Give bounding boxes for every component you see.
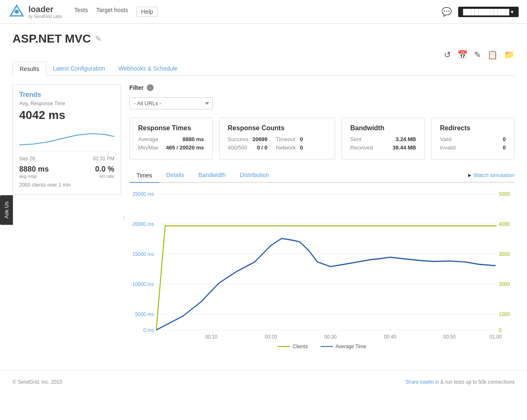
calendar-icon[interactable]: 📅 xyxy=(457,50,468,60)
avg-resp-label: avg resp xyxy=(19,174,49,179)
stat-bw-sent-label: Sent xyxy=(350,136,361,142)
page-title: ASP.NET MVC xyxy=(13,32,91,46)
stat-rt-minmax-row: Min/Max 465 / 20020 ms xyxy=(138,144,204,151)
stat-rc-cols: Success 20699 400/500 0 / 0 Timeout xyxy=(228,136,327,153)
watch-simulation-btn[interactable]: ▶ Watch simulation xyxy=(468,172,515,178)
avg-resp-block: 8880 ms avg resp xyxy=(19,165,49,179)
logo-icon xyxy=(8,3,25,20)
main-chart: 25000 ms 20000 ms 15000 ms 10000 ms 5000… xyxy=(129,189,514,339)
inner-tab-bandwidth[interactable]: Bandwidth xyxy=(191,168,232,182)
stats-row: Response Times Average 8880 ms Min/Max 4… xyxy=(129,118,514,159)
stat-rc-right: Timeout 0 Network 0 xyxy=(276,136,303,153)
avg-time-line-swatch xyxy=(320,346,333,347)
svg-text:25000 ms: 25000 ms xyxy=(132,191,154,197)
chat-icon[interactable]: 💬 xyxy=(441,7,452,17)
legend-clients: Clients xyxy=(277,344,308,349)
inner-tab-distribution[interactable]: Distribution xyxy=(233,168,276,182)
stat-rc-success-row: Success 20699 xyxy=(228,136,267,142)
sidebar: Trends Avg. Response Time 4042 ms Sep 26… xyxy=(13,84,121,349)
err-rate-val: 0.0 % xyxy=(95,165,114,174)
trends-nav-arrow[interactable]: › xyxy=(123,213,125,221)
trends-box: Trends Avg. Response Time 4042 ms Sep 26… xyxy=(13,84,121,195)
stat-rt-title: Response Times xyxy=(138,124,204,132)
edit-title-icon[interactable]: ✎ xyxy=(95,34,101,43)
stat-bw-sent-row: Sent 3.24 MB xyxy=(350,136,416,142)
err-rate-label: err rate xyxy=(95,174,114,179)
logo-text: loader xyxy=(28,5,53,14)
stat-rc-left: Success 20699 400/500 0 / 0 xyxy=(228,136,267,153)
footer-share: Share loader.io & run tests up to 50k co… xyxy=(405,379,514,385)
folder-icon[interactable]: 📁 xyxy=(504,50,514,60)
stat-rc-title: Response Counts xyxy=(228,124,327,132)
stat-rd-invalid-label: Invalid xyxy=(440,144,456,151)
tab-results[interactable]: Results xyxy=(13,62,46,76)
stat-rc-success-label: Success xyxy=(228,136,248,142)
nav-tests[interactable]: Tests xyxy=(74,7,88,17)
tab-webhooks[interactable]: Webhooks & Schedule xyxy=(112,62,184,76)
stat-rc-success-val: 20699 xyxy=(252,136,267,142)
stat-rc-network-val: 0 xyxy=(300,144,303,151)
stat-card-response-counts: Response Counts Success 20699 400/500 0 … xyxy=(219,118,335,159)
svg-text:4000: 4000 xyxy=(499,221,510,227)
svg-text:1000: 1000 xyxy=(499,311,510,317)
trends-date: Sep 26 xyxy=(19,156,35,162)
page-title-row: ASP.NET MVC ✎ xyxy=(13,32,514,46)
chart-legend: Clients Average Time xyxy=(129,344,514,349)
stat-card-redirects: Redirects Valid 0 Invalid 0 xyxy=(431,118,514,159)
trends-avg-value: 4042 ms xyxy=(19,109,114,122)
main-content: Trends Avg. Response Time 4042 ms Sep 26… xyxy=(13,84,514,349)
ask-us-button[interactable]: Ask Us xyxy=(0,195,13,225)
svg-text:15000 ms: 15000 ms xyxy=(132,251,154,257)
chart-area: 25000 ms 20000 ms 15000 ms 10000 ms 5000… xyxy=(129,189,514,339)
stat-bw-title: Bandwidth xyxy=(350,124,416,132)
stat-rt-avg-row: Average 8880 ms xyxy=(138,136,204,142)
svg-text:2000: 2000 xyxy=(499,281,510,287)
inner-tabs: Times Details Bandwidth Distribution ▶ W… xyxy=(129,168,514,183)
svg-text:00:50: 00:50 xyxy=(444,334,456,339)
nav-target-hosts[interactable]: Target hosts xyxy=(96,7,128,17)
copy-icon[interactable]: 📋 xyxy=(487,50,498,60)
clients-legend-label: Clients xyxy=(292,344,308,349)
trends-title: Trends xyxy=(19,91,114,99)
svg-text:0: 0 xyxy=(499,327,502,333)
edit-icon[interactable]: ✎ xyxy=(474,50,481,60)
stat-rc-network-label: Network xyxy=(276,144,296,151)
nav-links: Tests Target hosts Help xyxy=(74,7,441,17)
svg-text:0 ms: 0 ms xyxy=(143,327,154,333)
filter-info-badge[interactable]: i xyxy=(147,84,154,91)
trends-time: 02:31 PM xyxy=(93,156,114,162)
filter-row: Filter i xyxy=(129,84,514,91)
stat-rc-timeout-label: Timeout xyxy=(276,136,295,142)
svg-text:10000 ms: 10000 ms xyxy=(132,281,154,287)
user-dropdown[interactable]: ████████████ ▾ xyxy=(458,7,519,17)
clients-line-swatch xyxy=(277,346,290,347)
nav-help[interactable]: Help xyxy=(136,7,158,17)
stat-rc-fourxx-val: 0 / 0 xyxy=(257,144,267,151)
avg-resp-val: 8880 ms xyxy=(19,165,49,174)
stat-rd-title: Redirects xyxy=(440,124,506,132)
stat-bw-recv-row: Received 39.44 MB xyxy=(350,144,416,151)
stat-rc-timeout-row: Timeout 0 xyxy=(276,136,303,142)
stat-rt-avg-label: Average xyxy=(138,136,158,142)
inner-tab-details[interactable]: Details xyxy=(159,168,192,182)
legend-avg-time: Average Time xyxy=(320,344,366,349)
stat-rt-avg-val: 8880 ms xyxy=(182,136,204,142)
logo-area: loader by SendGrid Labs xyxy=(8,3,62,20)
footer-share-link[interactable]: Share loader.io xyxy=(405,379,439,385)
stat-rt-minmax-val: 465 / 20020 ms xyxy=(166,144,204,151)
main-tabs: Results Latest Configuration Webhooks & … xyxy=(13,62,514,76)
refresh-icon[interactable]: ↺ xyxy=(444,50,451,60)
stat-rd-valid-label: Valid xyxy=(440,136,451,142)
trends-date-row: Sep 26 02:31 PM xyxy=(19,156,114,162)
inner-tab-times[interactable]: Times xyxy=(129,168,159,183)
stat-rd-invalid-row: Invalid 0 xyxy=(440,144,506,151)
trends-avg-label: Avg. Response Time xyxy=(19,101,114,106)
filter-select[interactable]: - All URLs - xyxy=(129,97,213,109)
svg-text:01:00: 01:00 xyxy=(489,334,502,339)
stat-rd-valid-row: Valid 0 xyxy=(440,136,506,142)
trends-metrics-row: 8880 ms avg resp 0.0 % err rate xyxy=(19,165,114,179)
svg-text:00:10: 00:10 xyxy=(205,334,218,339)
tab-latest-config[interactable]: Latest Configuration xyxy=(46,62,112,76)
svg-text:00:30: 00:30 xyxy=(324,334,337,339)
toolbar-row: ↺ 📅 ✎ 📋 📁 xyxy=(13,50,514,60)
